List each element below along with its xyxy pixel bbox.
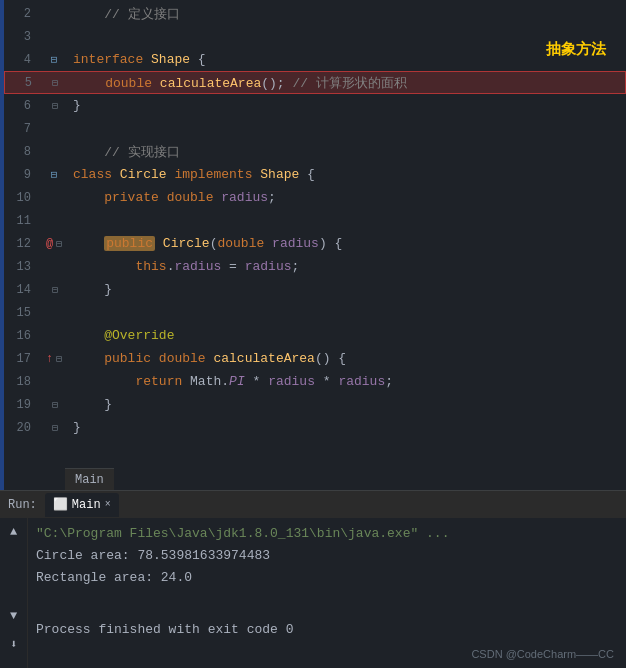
console-scroll-down-btn[interactable]: ▼: [4, 606, 24, 626]
code-line-6: 6 ⊟ }: [4, 94, 626, 117]
arrow-up-icon: ↑: [46, 352, 53, 366]
code-line-3: 3: [4, 25, 626, 48]
main-tab[interactable]: ⬜ Main ×: [45, 493, 119, 517]
code-line-19: 19 ⊟ }: [4, 393, 626, 416]
console-cmd-line: "C:\Program Files\Java\jdk1.8.0_131\bin\…: [36, 522, 618, 544]
editor-area: 抽象方法 2 // 定义接口 3 4 ⊟ interface: [0, 0, 626, 490]
bottom-section: Run: ⬜ Main × ▲ ▼ ⬇ "C:\Program Files\Ja…: [0, 490, 626, 668]
watermark: CSDN @CodeCharm——CC: [471, 648, 614, 660]
editor-file-tab-label: Main: [75, 473, 104, 487]
fold-icon-17: ⊟: [56, 353, 62, 365]
run-label: Run:: [8, 498, 37, 512]
code-line-12: 12 @ ⊟ public Circle(double radius) {: [4, 232, 626, 255]
fold-icon-14: ⊟: [52, 284, 58, 296]
class-fold-icon: ⊟: [48, 169, 60, 181]
code-line-14: 14 ⊟ }: [4, 278, 626, 301]
code-line-13: 13 this.radius = radius;: [4, 255, 626, 278]
fold-icon-6: ⊟: [52, 100, 58, 112]
code-line-8: 8 // 实现接口: [4, 140, 626, 163]
code-line-4: 4 ⊟ interface Shape {: [4, 48, 626, 71]
code-line-17: 17 ↑ ⊟ public double calculateArea() {: [4, 347, 626, 370]
code-line-11: 11: [4, 209, 626, 232]
console-blank-line: [36, 588, 618, 610]
console-download-btn[interactable]: ⬇: [4, 634, 24, 654]
code-line-9: 9 ⊟ class Circle implements Shape {: [4, 163, 626, 186]
code-line-10: 10 private double radius;: [4, 186, 626, 209]
editor-file-tab[interactable]: Main: [65, 468, 114, 490]
code-line-15: 15: [4, 301, 626, 324]
console-scroll-up-btn[interactable]: ▲: [4, 522, 24, 542]
tab-close-button[interactable]: ×: [105, 499, 111, 510]
code-line-2: 2 // 定义接口: [4, 2, 626, 25]
console-output: "C:\Program Files\Java\jdk1.8.0_131\bin\…: [28, 518, 626, 668]
code-line-16: 16 @Override: [4, 324, 626, 347]
code-line-7: 7: [4, 117, 626, 140]
code-line-18: 18 return Math.PI * radius * radius;: [4, 370, 626, 393]
fold-icon-19: ⊟: [52, 399, 58, 411]
console-output-line-1: Circle area: 78.53981633974483: [36, 544, 618, 566]
console-process-line: Process finished with exit code 0: [36, 618, 618, 640]
interface-fold-icon: ⊟: [48, 54, 60, 66]
fold-icon-12: ⊟: [56, 238, 62, 250]
fold-icon-5: ⊟: [49, 77, 61, 89]
code-line-5: 5 ⊟ double calculateArea(); // 计算形状的面积: [4, 71, 626, 94]
fold-icon-20: ⊟: [52, 422, 58, 434]
annotation-label: 抽象方法: [546, 40, 606, 59]
code-line-20: 20 ⊟ }: [4, 416, 626, 439]
tabs-bar: Run: ⬜ Main ×: [0, 490, 626, 518]
console-sidebar: ▲ ▼ ⬇: [0, 518, 28, 668]
tab-label: Main: [72, 498, 101, 512]
code-content: 2 // 定义接口 3 4 ⊟ interface Shape { 5: [0, 0, 626, 439]
console-output-line-2: Rectangle area: 24.0: [36, 566, 618, 588]
tab-window-icon: ⬜: [53, 497, 68, 512]
at-icon: @: [46, 237, 53, 251]
console-area: ▲ ▼ ⬇ "C:\Program Files\Java\jdk1.8.0_13…: [0, 518, 626, 668]
